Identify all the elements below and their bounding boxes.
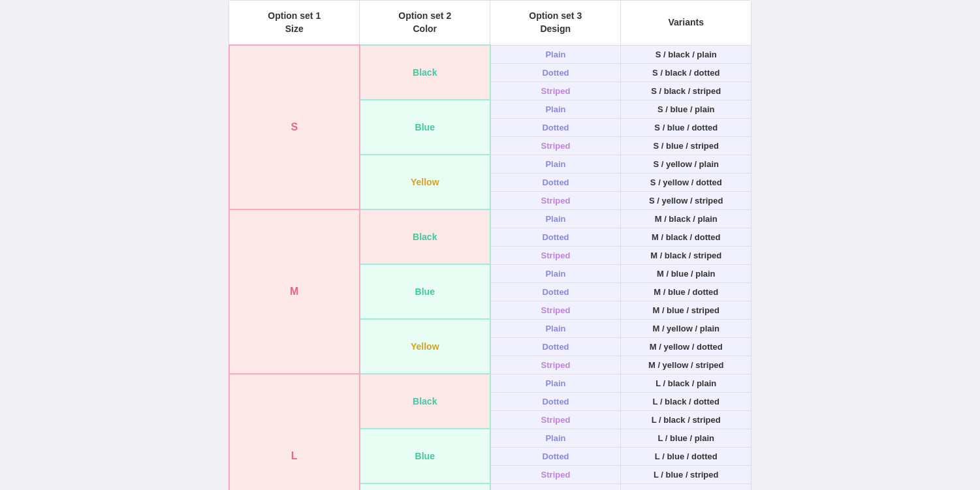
variant-cell: L / yellow / plain: [621, 483, 751, 490]
design-cell: Plain: [490, 374, 621, 392]
variant-cell: S / black / plain: [621, 45, 751, 63]
design-cell: Plain: [490, 209, 621, 228]
variant-cell: S / black / dotted: [621, 63, 751, 82]
variant-cell: M / yellow / plain: [621, 319, 751, 337]
design-cell: Plain: [490, 483, 621, 490]
variants-table: Option set 1 Size Option set 2 Color Opt…: [229, 0, 752, 490]
header-size: Option set 1 Size: [229, 1, 360, 46]
color-cell: Blue: [360, 100, 490, 155]
variant-cell: L / blue / dotted: [621, 447, 751, 465]
variant-cell: S / yellow / plain: [621, 155, 751, 173]
variant-cell: M / blue / dotted: [621, 283, 751, 301]
variant-cell: L / blue / striped: [621, 465, 751, 483]
variant-cell: S / blue / dotted: [621, 118, 751, 136]
design-cell: Striped: [490, 356, 621, 374]
header-variants: Variants: [621, 1, 751, 46]
design-cell: Dotted: [490, 173, 621, 191]
design-cell: Dotted: [490, 392, 621, 410]
size-cell: L: [229, 374, 360, 490]
design-cell: Plain: [490, 100, 621, 118]
design-cell: Dotted: [490, 118, 621, 136]
variant-cell: L / blue / plain: [621, 429, 751, 447]
size-cell: S: [229, 45, 360, 209]
variant-cell: M / black / plain: [621, 209, 751, 228]
color-cell: Yellow: [360, 483, 490, 490]
variants-table-wrapper: Option set 1 Size Option set 2 Color Opt…: [229, 0, 752, 490]
design-cell: Plain: [490, 429, 621, 447]
variant-cell: M / blue / plain: [621, 264, 751, 283]
variant-cell: M / blue / striped: [621, 301, 751, 319]
design-cell: Striped: [490, 246, 621, 264]
variant-cell: S / black / striped: [621, 82, 751, 100]
variant-cell: S / yellow / dotted: [621, 173, 751, 191]
design-cell: Plain: [490, 319, 621, 337]
variant-cell: S / blue / plain: [621, 100, 751, 118]
variant-cell: S / blue / striped: [621, 136, 751, 155]
variant-cell: S / yellow / striped: [621, 191, 751, 209]
color-cell: Black: [360, 374, 490, 429]
color-cell: Black: [360, 209, 490, 264]
design-cell: Plain: [490, 155, 621, 173]
design-cell: Dotted: [490, 447, 621, 465]
color-cell: Yellow: [360, 319, 490, 374]
design-cell: Striped: [490, 410, 621, 429]
design-cell: Plain: [490, 45, 621, 63]
design-cell: Dotted: [490, 337, 621, 356]
variant-cell: L / black / striped: [621, 410, 751, 429]
variant-cell: L / black / plain: [621, 374, 751, 392]
variant-cell: M / yellow / striped: [621, 356, 751, 374]
design-cell: Dotted: [490, 228, 621, 246]
design-cell: Striped: [490, 191, 621, 209]
color-cell: Black: [360, 45, 490, 100]
variant-cell: M / black / striped: [621, 246, 751, 264]
design-cell: Dotted: [490, 63, 621, 82]
header-color: Option set 2 Color: [360, 1, 490, 46]
design-cell: Striped: [490, 301, 621, 319]
variant-cell: M / yellow / dotted: [621, 337, 751, 356]
color-cell: Blue: [360, 429, 490, 483]
header-design: Option set 3 Design: [490, 1, 621, 46]
design-cell: Striped: [490, 136, 621, 155]
design-cell: Dotted: [490, 283, 621, 301]
design-cell: Plain: [490, 264, 621, 283]
size-cell: M: [229, 209, 360, 374]
variant-cell: L / black / dotted: [621, 392, 751, 410]
design-cell: Striped: [490, 82, 621, 100]
color-cell: Blue: [360, 264, 490, 319]
design-cell: Striped: [490, 465, 621, 483]
color-cell: Yellow: [360, 155, 490, 209]
variant-cell: M / black / dotted: [621, 228, 751, 246]
